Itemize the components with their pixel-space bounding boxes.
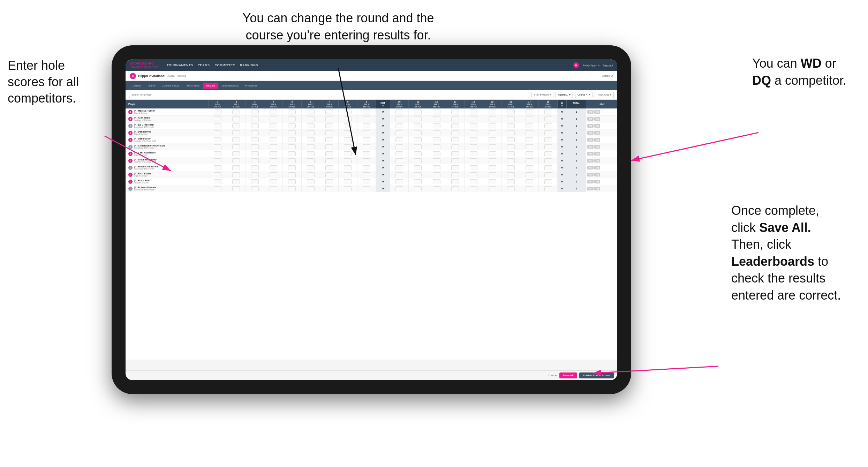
score-input-h14[interactable] (470, 151, 477, 156)
hole-17-score[interactable] (520, 129, 539, 136)
hole-9-score[interactable] (357, 150, 376, 157)
score-input-h7[interactable] (325, 144, 333, 149)
score-input-h16[interactable] (507, 123, 515, 128)
hole-1-score[interactable] (209, 115, 227, 122)
score-input-h1[interactable] (214, 165, 221, 170)
hole-15-score[interactable] (483, 171, 501, 178)
hole-11-score[interactable] (409, 178, 427, 185)
score-input-h13[interactable] (451, 165, 459, 170)
score-input-h14[interactable] (470, 130, 477, 135)
score-input-h4[interactable] (270, 186, 277, 191)
hole-18-score[interactable] (539, 185, 557, 192)
score-input-h13[interactable] (451, 116, 459, 121)
score-input-h7[interactable] (325, 137, 333, 142)
dq-button[interactable]: DQ (594, 159, 600, 163)
score-input-h17[interactable] (526, 165, 533, 170)
score-input-h16[interactable] (507, 172, 515, 177)
score-input-h17[interactable] (526, 158, 533, 163)
score-input-h7[interactable] (325, 172, 333, 177)
score-input-h1[interactable] (214, 137, 221, 142)
score-input-h9[interactable] (363, 116, 370, 121)
hole-6-score[interactable] (301, 157, 320, 164)
score-input-h3[interactable] (251, 130, 259, 135)
hole-16-score[interactable] (501, 150, 520, 157)
score-input-h6[interactable] (307, 116, 315, 121)
hole-12-score[interactable] (427, 185, 446, 192)
hole-7-score[interactable] (320, 136, 338, 143)
dq-button[interactable]: DQ (594, 110, 600, 114)
score-input-h11[interactable] (414, 144, 422, 149)
score-input-h2[interactable] (232, 179, 240, 184)
hole-14-score[interactable] (465, 129, 483, 136)
score-input-h9[interactable] (363, 158, 370, 163)
score-input-h17[interactable] (526, 179, 533, 184)
score-input-h1[interactable] (214, 172, 221, 177)
hole-3-score[interactable] (246, 157, 264, 164)
score-input-h17[interactable] (526, 186, 533, 191)
hole-6-score[interactable] (301, 171, 320, 178)
hole-8-score[interactable] (339, 129, 357, 136)
hole-1-score[interactable] (209, 122, 227, 129)
hole-13-score[interactable] (446, 171, 464, 178)
hole-18-score[interactable] (539, 150, 557, 157)
dq-button[interactable]: DQ (594, 166, 600, 170)
score-input-h2[interactable] (232, 172, 240, 177)
hole-6-score[interactable] (301, 136, 320, 143)
score-input-h6[interactable] (307, 186, 315, 191)
score-input-h12[interactable] (433, 172, 440, 177)
filter-team-button[interactable]: Filter by team ▾ (531, 92, 553, 98)
hole-18-score[interactable] (539, 136, 557, 143)
score-input-h15[interactable] (489, 137, 496, 142)
hole-12-score[interactable] (427, 122, 446, 129)
hole-7-score[interactable] (320, 171, 338, 178)
hole-12-score[interactable] (427, 171, 446, 178)
wd-button[interactable]: WD (587, 117, 594, 121)
score-input-h10[interactable] (395, 151, 403, 156)
score-input-h13[interactable] (451, 151, 459, 156)
score-input-h4[interactable] (270, 110, 277, 114)
score-input-h6[interactable] (307, 172, 315, 177)
hole-6-score[interactable] (301, 122, 320, 129)
hole-9-score[interactable] (357, 157, 376, 164)
hole-18-score[interactable] (539, 122, 557, 129)
score-input-h4[interactable] (270, 144, 277, 149)
score-input-h4[interactable] (270, 172, 277, 177)
hole-16-score[interactable] (501, 178, 520, 185)
hole-13-score[interactable] (446, 143, 464, 150)
hole-7-score[interactable] (320, 108, 338, 115)
hole-9-score[interactable] (357, 136, 376, 143)
hole-2-score[interactable] (227, 136, 246, 143)
score-input-h2[interactable] (232, 130, 240, 135)
hole-17-score[interactable] (520, 178, 539, 185)
hole-10-score[interactable] (390, 150, 408, 157)
hole-14-score[interactable] (465, 171, 483, 178)
wd-button[interactable]: WD (587, 187, 594, 190)
hole-18-score[interactable] (539, 129, 557, 136)
score-input-h1[interactable] (214, 144, 221, 149)
score-input-h1[interactable] (214, 158, 221, 163)
hole-18-score[interactable] (539, 178, 557, 185)
score-input-h17[interactable] (526, 130, 533, 135)
save-all-button[interactable]: Save All (559, 372, 577, 378)
dq-button[interactable]: DQ (594, 187, 600, 190)
score-input-h18[interactable] (544, 137, 552, 142)
score-input-h14[interactable] (470, 116, 477, 121)
hole-4-score[interactable] (264, 185, 282, 192)
score-input-h6[interactable] (307, 165, 315, 170)
hole-1-score[interactable] (209, 150, 227, 157)
dq-button[interactable]: DQ (594, 138, 600, 142)
score-input-h4[interactable] (270, 130, 277, 135)
hole-17-score[interactable] (520, 171, 539, 178)
score-input-h10[interactable] (395, 165, 403, 170)
hole-10-score[interactable] (390, 171, 408, 178)
hole-11-score[interactable] (409, 157, 427, 164)
score-input-h3[interactable] (251, 158, 259, 163)
hole-7-score[interactable] (320, 185, 338, 192)
cancel-bottom-button[interactable]: Cancel (549, 374, 557, 377)
hole-2-score[interactable] (227, 115, 246, 122)
score-input-h9[interactable] (363, 172, 370, 177)
hole-1-score[interactable] (209, 136, 227, 143)
score-input-h3[interactable] (251, 179, 259, 184)
hole-3-score[interactable] (246, 171, 264, 178)
wd-button[interactable]: WD (587, 180, 594, 183)
